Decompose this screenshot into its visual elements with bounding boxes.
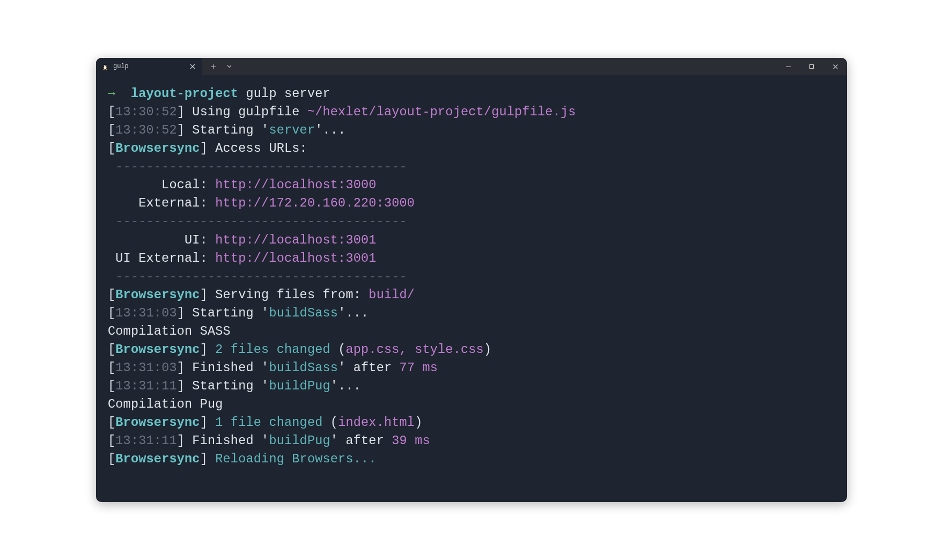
maximize-button[interactable] bbox=[800, 64, 823, 69]
duration: 77 ms bbox=[400, 360, 438, 375]
task-name: buildPug bbox=[269, 379, 330, 393]
tab-dropdown-button[interactable] bbox=[222, 58, 237, 75]
ui-external-label: UI External: bbox=[108, 251, 208, 266]
external-label: External: bbox=[108, 196, 208, 210]
ui-url: http://localhost:3001 bbox=[215, 233, 376, 247]
divider: -------------------------------------- bbox=[108, 214, 407, 229]
task-name: server bbox=[269, 123, 315, 137]
external-url: http://172.20.160.220:3000 bbox=[215, 196, 415, 210]
task-name: buildSass bbox=[269, 360, 338, 375]
browsersync-tag: Browsersync bbox=[115, 452, 200, 466]
text: Compilation Pug bbox=[108, 397, 223, 411]
timestamp: 13:31:03 bbox=[115, 306, 176, 320]
task-name: buildPug bbox=[269, 433, 330, 448]
local-label: Local: bbox=[108, 178, 208, 192]
new-tab-button[interactable] bbox=[205, 58, 220, 75]
window-controls bbox=[776, 64, 847, 70]
text: Finished bbox=[192, 360, 253, 375]
timestamp: 13:31:03 bbox=[115, 360, 176, 375]
timestamp: 13:31:11 bbox=[115, 433, 176, 448]
browsersync-tag: Browsersync bbox=[115, 415, 200, 430]
text: after bbox=[345, 433, 384, 448]
svg-point-7 bbox=[103, 69, 105, 70]
titlebar: gulp bbox=[96, 58, 847, 75]
text: Access URLs: bbox=[215, 141, 307, 156]
svg-rect-14 bbox=[810, 64, 814, 68]
tabbar bbox=[202, 58, 847, 75]
svg-point-5 bbox=[106, 65, 106, 66]
text: Serving files from: bbox=[215, 288, 361, 302]
prompt-arrow: → bbox=[108, 86, 115, 101]
prompt-dir: layout-project bbox=[131, 86, 238, 101]
text: Starting bbox=[192, 306, 253, 320]
ui-external-url: http://localhost:3001 bbox=[215, 251, 376, 266]
ui-label: UI: bbox=[108, 233, 208, 247]
text: Finished bbox=[192, 433, 253, 448]
text: 1 file changed bbox=[215, 415, 322, 430]
tab-close-button[interactable] bbox=[188, 62, 197, 71]
text: after bbox=[353, 360, 392, 375]
text: Using gulpfile bbox=[192, 105, 299, 119]
terminal-window: gulp → l bbox=[96, 58, 847, 502]
browsersync-tag: Browsersync bbox=[115, 141, 200, 156]
text: Compilation SASS bbox=[108, 324, 231, 338]
text: Starting bbox=[192, 379, 253, 393]
svg-point-8 bbox=[106, 69, 107, 70]
timestamp: 13:30:52 bbox=[115, 123, 176, 137]
tab-title: gulp bbox=[113, 63, 129, 70]
browsersync-tag: Browsersync bbox=[115, 342, 200, 357]
text: Starting bbox=[192, 123, 253, 137]
divider: -------------------------------------- bbox=[108, 269, 407, 284]
minimize-button[interactable] bbox=[776, 64, 800, 70]
task-name: buildSass bbox=[269, 306, 338, 320]
timestamp: 13:31:11 bbox=[115, 379, 176, 393]
serving-dir: build/ bbox=[369, 288, 415, 302]
tab-gulp[interactable]: gulp bbox=[96, 58, 202, 75]
terminal-output[interactable]: → layout-project gulp server [13:30:52] … bbox=[96, 75, 847, 502]
timestamp: 13:30:52 bbox=[115, 105, 176, 119]
penguin-icon bbox=[101, 63, 109, 70]
divider: -------------------------------------- bbox=[108, 159, 407, 174]
gulpfile-path: ~/hexlet/layout-project/gulpfile.js bbox=[307, 105, 576, 119]
svg-point-4 bbox=[104, 65, 105, 66]
close-window-button[interactable] bbox=[823, 64, 847, 70]
text: Reloading Browsers... bbox=[215, 452, 376, 466]
browsersync-tag: Browsersync bbox=[115, 288, 200, 302]
changed-files: index.html bbox=[338, 415, 415, 430]
changed-files: app.css, style.css bbox=[345, 342, 483, 357]
local-url: http://localhost:3000 bbox=[215, 178, 376, 192]
prompt-command: gulp server bbox=[246, 86, 330, 101]
text: 2 files changed bbox=[215, 342, 330, 357]
duration: 39 ms bbox=[392, 433, 430, 448]
